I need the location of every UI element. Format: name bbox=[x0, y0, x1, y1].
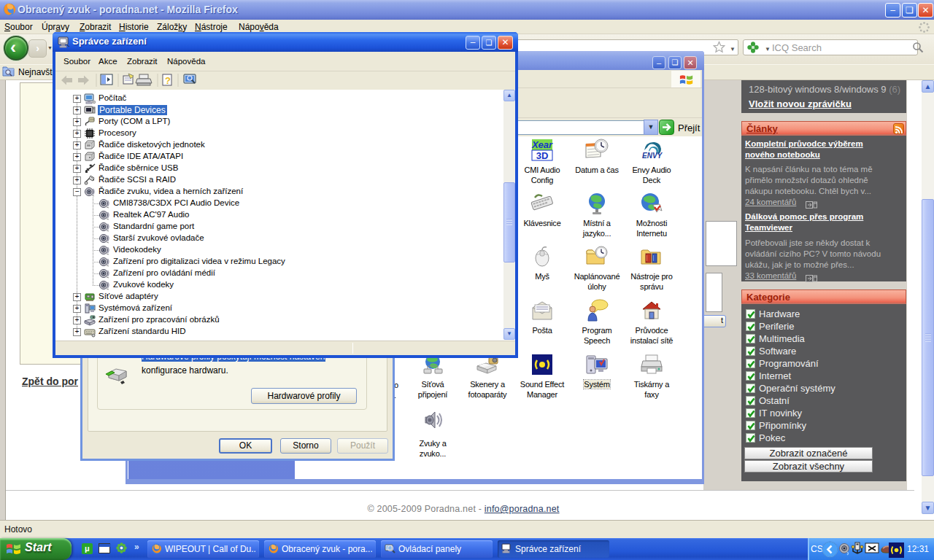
svg-text:3D: 3D bbox=[536, 150, 549, 161]
svg-text:ENVY: ENVY bbox=[642, 152, 663, 160]
svg-text:Xear: Xear bbox=[531, 139, 553, 150]
